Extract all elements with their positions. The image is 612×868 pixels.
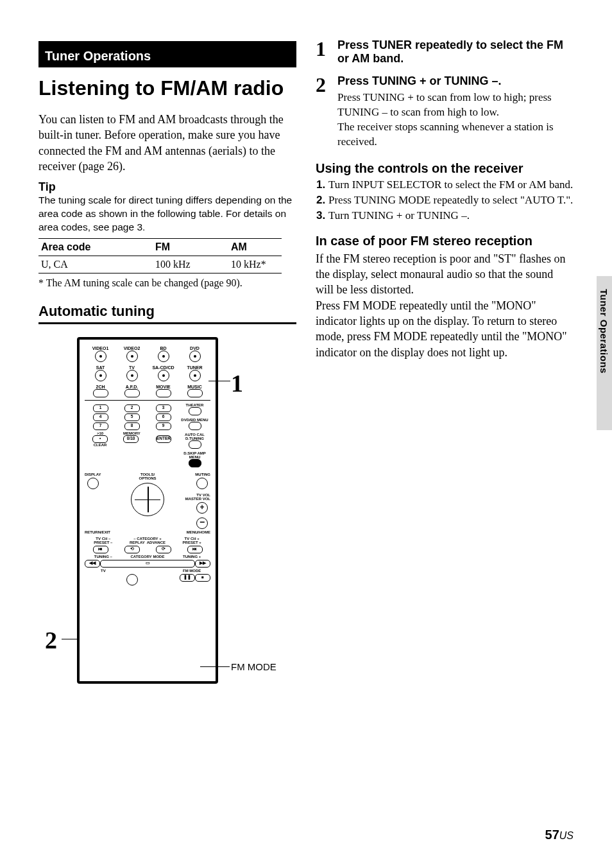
section-header: Tuner Operations [38, 44, 296, 67]
callout-fm-mode: FM MODE [231, 661, 276, 672]
th-fm: FM [153, 238, 228, 256]
controls-steps: Turn INPUT SELECTOR to select the FM or … [316, 178, 574, 222]
controls-step-3: Turn TUNING + or TUNING –. [328, 209, 574, 222]
controls-heading: Using the controls on the receiver [316, 161, 574, 176]
td-code: U, CA [38, 256, 153, 273]
controls-step-2: Press TUNING MODE repeatedly to select "… [328, 194, 574, 207]
page-number: 57US [545, 828, 574, 842]
dpad-icon [131, 483, 164, 516]
step-2-num: 2 [316, 74, 337, 150]
step-2-body: Press TUNING + to scan from low to high;… [337, 91, 574, 150]
callout-2: 2 [45, 626, 57, 654]
table-footnote: * The AM tuning scale can be changed (pa… [38, 277, 296, 289]
td-am: 10 kHz* [228, 256, 282, 273]
subheading-auto-tuning: Automatic tuning [38, 303, 296, 324]
page-title: Listening to FM/AM radio [38, 76, 296, 100]
step-1-head: Press TUNER repeatedly to select the FM … [337, 39, 574, 65]
th-am: AM [228, 238, 282, 256]
poor-reception-body: If the FM stereo reception is poor and "… [316, 251, 574, 360]
callout-1: 1 [231, 369, 243, 397]
intro-text: You can listen to FM and AM broadcasts t… [38, 112, 296, 174]
remote-diagram: VIDEO1 VIDEO2 BD DVD SAT TV SA-CD/CD TUN… [38, 337, 296, 697]
area-code-table: Area code FM AM U, CA 100 kHz 10 kHz* [38, 238, 282, 273]
controls-step-1: Turn INPUT SELECTOR to select the FM or … [328, 178, 574, 191]
side-tab-label: Tuner Operations [599, 289, 609, 374]
tip-heading: Tip [38, 180, 296, 194]
table-row: U, CA 100 kHz 10 kHz* [38, 256, 282, 273]
td-fm: 100 kHz [153, 256, 228, 273]
th-area: Area code [38, 238, 153, 256]
poor-reception-heading: In case of poor FM stereo reception [316, 234, 574, 248]
step-1-num: 1 [316, 39, 337, 65]
tip-text: The tuning scale for direct tuning diffe… [38, 194, 296, 234]
step-2-head: Press TUNING + or TUNING –. [337, 74, 574, 88]
remote-body: VIDEO1 VIDEO2 BD DVD SAT TV SA-CD/CD TUN… [77, 337, 218, 684]
